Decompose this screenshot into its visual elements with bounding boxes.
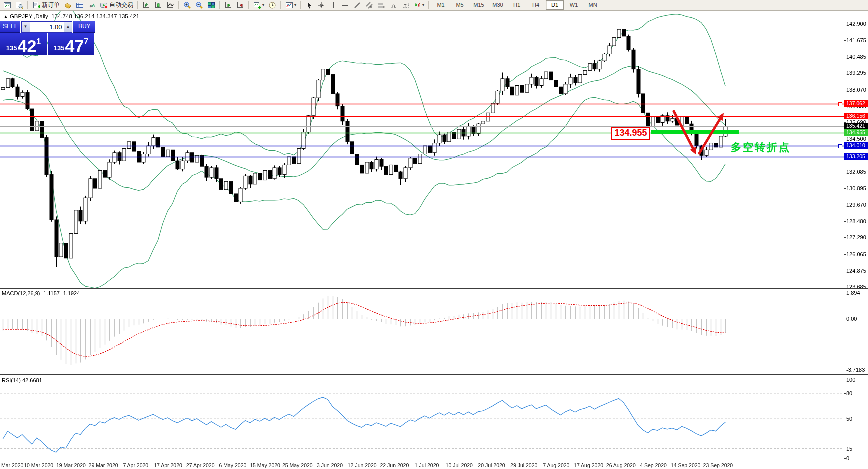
price-level-tag[interactable]: 137.062 bbox=[844, 100, 868, 107]
timeframe-group: M1M5M15M30H1H4D1W1MN bbox=[430, 0, 603, 10]
profile-tool[interactable] bbox=[13, 0, 25, 10]
autotrading-button bbox=[100, 2, 108, 10]
date-tick-label: 25 May 2020 bbox=[282, 462, 313, 468]
price-level-tag[interactable]: 134.955 bbox=[844, 130, 868, 136]
market-watch-tool[interactable] bbox=[62, 0, 74, 10]
macd-tick-label: 0.00 bbox=[846, 316, 857, 322]
tf-h4-button[interactable]: H4 bbox=[527, 0, 545, 10]
autotrading-button-tool[interactable]: 自动交易 bbox=[98, 0, 135, 10]
tf-m15-button[interactable]: M15 bbox=[470, 0, 488, 10]
buy-price-prefix: 135 bbox=[54, 44, 65, 52]
tf-d1-button[interactable]: D1 bbox=[546, 0, 564, 10]
zoom-in-icon bbox=[183, 2, 191, 10]
cursor-tool[interactable] bbox=[303, 0, 315, 10]
price-tick-label: 140.485 bbox=[846, 54, 866, 60]
date-tick-label: 14 Sep 2020 bbox=[671, 462, 701, 468]
text-tool[interactable]: A bbox=[387, 0, 399, 10]
tile-windows-tool[interactable] bbox=[205, 0, 217, 10]
date-tick-label: 20 Jul 2020 bbox=[478, 462, 505, 468]
buy-price-main: 47 bbox=[65, 38, 84, 54]
price-tick-label: 134.500 bbox=[846, 136, 866, 142]
tf-h1-button[interactable]: H1 bbox=[508, 0, 526, 10]
horizontal-line-tool[interactable] bbox=[339, 0, 351, 10]
turning-point-annotation[interactable]: 多空转折点 bbox=[731, 140, 791, 154]
chevron-down-icon[interactable]: ▾ bbox=[294, 3, 296, 8]
price-tick-label: 142.900 bbox=[846, 21, 866, 27]
chart-window-tool[interactable] bbox=[1, 0, 13, 10]
price-tick-label: 127.290 bbox=[846, 234, 866, 240]
sell-price-button[interactable]: 135 42 1 bbox=[0, 33, 47, 55]
macd-rsi-splitter[interactable] bbox=[0, 374, 868, 378]
tf-w1-button[interactable]: W1 bbox=[565, 0, 583, 10]
indicators-tool[interactable]: ▾ bbox=[283, 0, 298, 10]
crosshair-icon bbox=[317, 2, 325, 10]
price-level-tag[interactable]: 136.156 bbox=[844, 113, 868, 120]
line-handle[interactable] bbox=[838, 102, 842, 106]
equidistant-channel-tool[interactable]: E bbox=[363, 0, 375, 10]
date-tick-label: 22 Jun 2020 bbox=[380, 462, 409, 468]
tf-m30-button[interactable]: M30 bbox=[489, 0, 507, 10]
tf-m5-button[interactable]: M5 bbox=[451, 0, 469, 10]
mt4-terminal-window: 新订单自动交易▾▾EFAT▾M1M5M15M30H1H4D1W1MN ▲GBPJ… bbox=[0, 0, 868, 469]
equidistant-channel-icon: E bbox=[365, 2, 373, 10]
main-macd-splitter[interactable] bbox=[0, 288, 868, 292]
toolbar-separator bbox=[137, 1, 138, 10]
fibonacci-tool[interactable]: F bbox=[375, 0, 387, 10]
tf-mn-button[interactable]: MN bbox=[584, 0, 602, 10]
price-axis-border bbox=[844, 12, 844, 462]
volume-decrease-button[interactable]: ▼ bbox=[22, 22, 30, 32]
chart-shift-icon bbox=[236, 2, 244, 10]
vertical-line-tool[interactable] bbox=[327, 0, 339, 10]
price-tick-label: 124.875 bbox=[846, 268, 866, 274]
tf-m1-button[interactable]: M1 bbox=[432, 0, 450, 10]
rsi-tick-label: 100 bbox=[846, 377, 855, 383]
price-level-tag[interactable]: 135.421 bbox=[844, 123, 868, 130]
date-tick-label: 29 Mar 2020 bbox=[89, 462, 118, 468]
toolbar-group bbox=[0, 0, 26, 10]
volume-input[interactable] bbox=[30, 22, 64, 32]
line-chart-tool[interactable] bbox=[164, 0, 176, 10]
date-tick-label: 27 Apr 2020 bbox=[186, 462, 215, 468]
chart-shift-tool[interactable] bbox=[234, 0, 246, 10]
new-chart-dropdown-tool[interactable]: ▾ bbox=[251, 0, 266, 10]
one-click-trading-panel: SELL ▼ ▲ BUY 135 42 1 135 47 7 bbox=[0, 22, 95, 55]
data-window-tool[interactable] bbox=[74, 0, 86, 10]
fibonacci-icon: F bbox=[377, 2, 385, 10]
price-level-tag[interactable]: 133.205 bbox=[844, 154, 868, 160]
zoom-in-tool[interactable] bbox=[181, 0, 193, 10]
auto-scroll-tool[interactable] bbox=[222, 0, 234, 10]
toolbar-separator bbox=[27, 1, 28, 10]
date-tick-label: 15 May 2020 bbox=[250, 462, 280, 468]
trendline-tool[interactable] bbox=[351, 0, 363, 10]
buy-button[interactable]: BUY bbox=[73, 22, 95, 33]
sell-button[interactable]: SELL bbox=[0, 22, 20, 33]
autotrading-button-label: 自动交易 bbox=[109, 1, 133, 10]
candlestick-tool[interactable] bbox=[152, 0, 164, 10]
line-handle[interactable] bbox=[838, 144, 842, 148]
chevron-down-icon[interactable]: ▾ bbox=[422, 3, 424, 8]
arrows-dropdown-tool[interactable]: ▾ bbox=[411, 0, 426, 10]
crosshair-tool[interactable] bbox=[315, 0, 327, 10]
trendline-icon bbox=[353, 2, 361, 10]
svg-text:E: E bbox=[370, 6, 372, 9]
clock-tool[interactable] bbox=[266, 0, 278, 10]
text-label-tool[interactable]: T bbox=[399, 0, 411, 10]
date-tick-label: 1 Jul 2020 bbox=[415, 462, 439, 468]
symbol-ohlc-readout: ▲GBPJPY-,Daily 134.748 136.214 134.347 1… bbox=[4, 14, 139, 20]
buy-price-button[interactable]: 135 47 7 bbox=[48, 33, 94, 55]
price-chart-canvas[interactable] bbox=[0, 0, 868, 469]
macd-label: MACD(12,26,9) -1.1157 -1.1924 bbox=[2, 290, 80, 296]
new-order-button-tool[interactable]: 新订单 bbox=[30, 0, 62, 10]
rsi-tick-label: 80 bbox=[846, 390, 852, 396]
signals-tool[interactable] bbox=[86, 0, 98, 10]
rsi-label: RSI(14) 42.6681 bbox=[2, 378, 42, 384]
bar-chart-tool[interactable] bbox=[140, 0, 152, 10]
volume-increase-button[interactable]: ▲ bbox=[64, 22, 72, 32]
date-tick-label: 29 Jul 2020 bbox=[510, 462, 537, 468]
chevron-down-icon[interactable]: ▾ bbox=[262, 3, 264, 8]
zoom-out-tool[interactable] bbox=[193, 0, 205, 10]
price-level-tag[interactable]: 134.010 bbox=[844, 142, 868, 149]
candlestick-icon bbox=[154, 2, 162, 10]
toolbar-group: 新订单自动交易 bbox=[29, 0, 136, 10]
support-price-callout[interactable]: 134.955 bbox=[611, 127, 650, 140]
